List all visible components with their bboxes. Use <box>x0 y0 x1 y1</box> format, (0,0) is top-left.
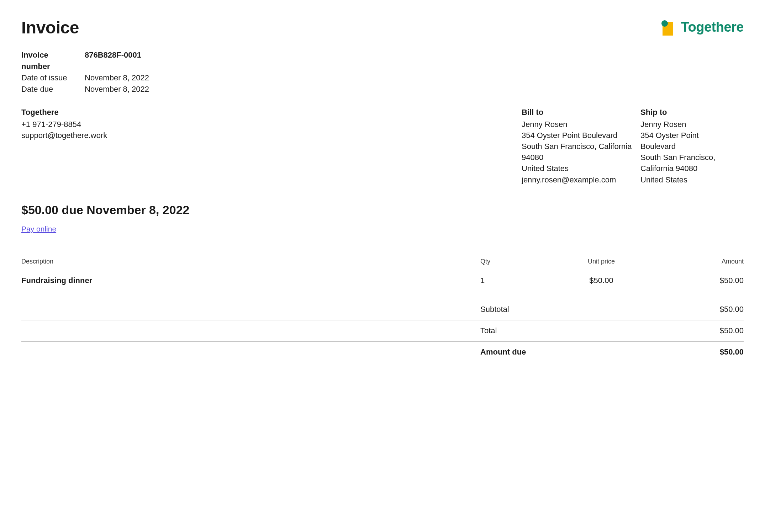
ship-to-street2: Boulevard <box>640 141 744 152</box>
from-name: Togethere <box>21 107 517 118</box>
page-title: Invoice <box>21 16 79 39</box>
brand-logo: Togethere <box>660 18 744 37</box>
togethere-logo-icon <box>660 19 677 36</box>
pay-online-link[interactable]: Pay online <box>21 225 56 233</box>
total-value: $50.00 <box>651 325 744 336</box>
date-of-issue-value: November 8, 2022 <box>85 72 149 84</box>
ship-to-name: Jenny Rosen <box>640 119 744 130</box>
invoice-number-value: 876B828F-0001 <box>85 49 141 72</box>
invoice-number-label: Invoice number <box>21 49 78 72</box>
table-row: Fundraising dinner 1 $50.00 $50.00 <box>21 270 744 293</box>
svg-point-2 <box>661 20 668 27</box>
date-due-value: November 8, 2022 <box>85 84 149 95</box>
subtotal-row: Subtotal $50.00 <box>21 299 744 320</box>
ship-to-city1: South San Francisco, <box>640 152 744 163</box>
subtotal-label: Subtotal <box>480 304 651 315</box>
bill-to-city: South San Francisco, California 94080 <box>522 141 635 163</box>
line-items: Description Qty Unit price Amount Fundra… <box>21 257 744 362</box>
bill-to-name: Jenny Rosen <box>522 119 635 130</box>
from-phone: +1 971-279-8854 <box>21 119 517 130</box>
bill-to-street: 354 Oyster Point Boulevard <box>522 130 635 141</box>
ship-to-country: United States <box>640 174 744 185</box>
totals: Subtotal $50.00 Total $50.00 Amount due … <box>21 299 744 362</box>
ship-to-city2: California 94080 <box>640 163 744 174</box>
meta-date-due: Date due November 8, 2022 <box>21 84 744 95</box>
meta-date-of-issue: Date of issue November 8, 2022 <box>21 72 744 84</box>
col-description-header: Description <box>21 257 480 266</box>
invoice-meta: Invoice number 876B828F-0001 Date of iss… <box>21 49 744 95</box>
amount-due-summary: $50.00 due November 8, 2022 <box>21 202 744 219</box>
item-qty: 1 <box>480 275 552 286</box>
date-due-label: Date due <box>21 84 78 95</box>
from-block: Togethere +1 971-279-8854 support@togeth… <box>21 107 517 185</box>
bill-to-heading: Bill to <box>522 107 635 118</box>
parties: Togethere +1 971-279-8854 support@togeth… <box>21 107 744 185</box>
item-unit-price: $50.00 <box>552 275 651 286</box>
ship-to-street1: 354 Oyster Point <box>640 130 744 141</box>
col-qty-header: Qty <box>480 257 552 266</box>
amount-due-value: $50.00 <box>651 347 744 358</box>
col-unit-price-header: Unit price <box>552 257 651 266</box>
col-amount-header: Amount <box>651 257 744 266</box>
ship-to-block: Ship to Jenny Rosen 354 Oyster Point Bou… <box>640 107 744 185</box>
from-email: support@togethere.work <box>21 130 517 141</box>
header: Invoice Togethere <box>21 16 744 39</box>
bill-to-country: United States <box>522 163 635 174</box>
bill-to-block: Bill to Jenny Rosen 354 Oyster Point Bou… <box>522 107 635 185</box>
subtotal-value: $50.00 <box>651 304 744 315</box>
brand-name: Togethere <box>681 18 744 37</box>
amount-due-row: Amount due $50.00 <box>21 341 744 363</box>
ship-to-heading: Ship to <box>640 107 744 118</box>
amount-due-label: Amount due <box>480 347 651 358</box>
total-label: Total <box>480 325 651 336</box>
item-description: Fundraising dinner <box>21 275 480 286</box>
items-header-row: Description Qty Unit price Amount <box>21 257 744 270</box>
item-amount: $50.00 <box>651 275 744 286</box>
meta-invoice-number: Invoice number 876B828F-0001 <box>21 49 744 72</box>
bill-to-email: jenny.rosen@example.com <box>522 174 635 185</box>
date-of-issue-label: Date of issue <box>21 72 78 84</box>
total-row: Total $50.00 <box>21 320 744 341</box>
